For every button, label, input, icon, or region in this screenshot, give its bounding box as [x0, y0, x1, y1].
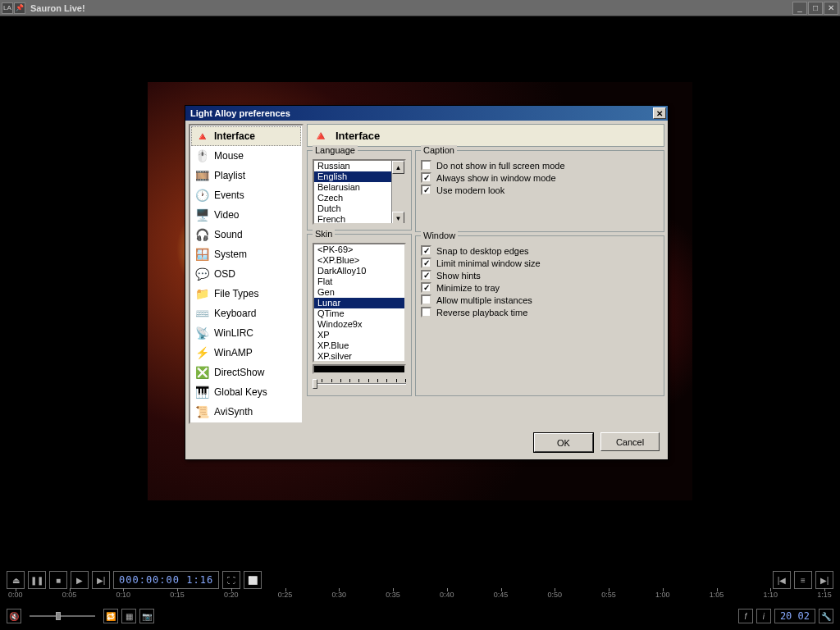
checkbox-row[interactable]: Snap to desktop edges — [421, 244, 659, 257]
playlist-icon: 🎞️ — [194, 168, 209, 183]
checkbox-row[interactable]: Show hints — [421, 269, 659, 281]
repeat-button[interactable]: 🔁 — [103, 609, 118, 623]
mute-button[interactable]: 🔇 — [7, 609, 21, 623]
list-item[interactable]: QTime — [314, 308, 404, 319]
language-listbox[interactable]: Russian English Belarusian Czech Dutch F… — [313, 159, 406, 225]
prev-track-button[interactable]: |◀ — [773, 571, 791, 589]
checkbox-label: Reverse playback time — [436, 308, 527, 317]
function-button[interactable]: f — [738, 609, 753, 623]
dialog-title: Light Alloy preferences — [187, 108, 290, 118]
keyboard-icon: ⌨️ — [194, 306, 209, 321]
sidebar-item-interface[interactable]: 🔺Interface — [191, 126, 301, 146]
list-item[interactable]: DarkAlloy10 — [314, 266, 404, 276]
checkbox[interactable] — [421, 160, 431, 171]
checkbox-label: Minimize to tray — [436, 283, 500, 293]
checkbox-label: Show hints — [436, 271, 481, 281]
sidebar-item-keyboard[interactable]: ⌨️Keyboard — [191, 304, 301, 323]
sidebar-item-video[interactable]: 🖥️Video — [191, 205, 301, 225]
volume-slider[interactable] — [30, 612, 95, 620]
checkbox-row[interactable]: Reverse playback time — [421, 306, 659, 318]
sidebar-item-winlirc[interactable]: 📡WinLIRC — [191, 323, 301, 343]
checkbox[interactable] — [421, 258, 431, 268]
step-button[interactable]: ▶| — [92, 571, 110, 589]
list-item[interactable]: Windoze9x — [314, 319, 404, 330]
checkbox-row[interactable]: Always show in window mode — [421, 171, 659, 184]
checkbox[interactable] — [421, 172, 431, 183]
checkbox[interactable] — [421, 282, 431, 293]
checkbox-row[interactable]: Use modern look — [421, 184, 659, 196]
crop-button[interactable]: ⛶ — [222, 571, 240, 589]
seek-tick: 0:50 — [548, 591, 563, 607]
minimize-button[interactable]: _ — [792, 2, 807, 15]
app-titlebar: LA 📌 Sauron Live! _ □ ✕ — [0, 0, 840, 16]
scrollbar[interactable]: ▲ ▼ — [391, 161, 404, 225]
interface-icon: 🔺 — [194, 129, 209, 144]
category-list[interactable]: 🔺Interface 🖱️Mouse 🎞️Playlist 🕐Events 🖥️… — [189, 124, 304, 424]
checkbox-row[interactable]: Allow multiple instances — [421, 294, 659, 306]
sidebar-item-globalkeys[interactable]: 🎹Global Keys — [191, 382, 301, 402]
skin-groupbox: Skin <PK-69> <XP.Blue> DarkAlloy10 Flat … — [307, 234, 412, 396]
play-button[interactable]: ▶ — [71, 571, 89, 589]
list-item[interactable]: XP.Blue — [314, 340, 404, 351]
list-item[interactable]: Gen — [314, 287, 404, 298]
skin-listbox[interactable]: <PK-69> <XP.Blue> DarkAlloy10 Flat Gen L… — [313, 243, 406, 363]
checkbox[interactable] — [421, 307, 431, 317]
sidebar-item-system[interactable]: 🪟System — [191, 244, 301, 264]
sidebar-item-avisynth[interactable]: 📜AviSynth — [191, 402, 301, 422]
list-item[interactable]: XP — [314, 330, 404, 340]
sidebar-item-osd[interactable]: 💬OSD — [191, 264, 301, 284]
checkbox-row[interactable]: Do not show in full screen mode — [421, 159, 659, 171]
eject-button[interactable]: ⏏ — [7, 571, 25, 589]
dialog-titlebar[interactable]: Light Alloy preferences ✕ — [185, 106, 668, 121]
seek-bar[interactable]: 0:000:050:100:150:200:250:300:350:400:45… — [8, 591, 832, 607]
next-track-button[interactable]: ▶| — [815, 571, 833, 589]
scroll-down-icon[interactable]: ▼ — [392, 212, 404, 225]
filetypes-icon: 📁 — [194, 286, 209, 301]
checkbox[interactable] — [421, 245, 431, 256]
dialog-close-button[interactable]: ✕ — [653, 107, 666, 119]
pause-button[interactable]: ❚❚ — [28, 571, 46, 589]
scroll-up-icon[interactable]: ▲ — [392, 161, 404, 174]
fullscreen-button[interactable]: ⬜ — [244, 571, 262, 589]
snapshot-button[interactable]: 📷 — [139, 609, 154, 623]
mouse-icon: 🖱️ — [194, 148, 209, 163]
playlist-button[interactable]: ≡ — [794, 571, 812, 589]
list-item[interactable]: XP.silver — [314, 351, 404, 362]
checkbox-label: Snap to desktop edges — [436, 246, 529, 256]
slider-thumb[interactable] — [313, 379, 317, 389]
list-item[interactable]: Flat — [314, 276, 404, 287]
player-controls: ⏏ ❚❚ ■ ▶ ▶| 000:00:00 1:16 ⛶ ⬜ |◀ ≡ ▶| 0… — [0, 566, 840, 630]
app-icon-la: LA — [2, 2, 13, 14]
info-button[interactable]: i — [756, 609, 771, 623]
maximize-button[interactable]: □ — [808, 2, 823, 15]
checkbox[interactable] — [421, 294, 431, 305]
sidebar-item-filetypes[interactable]: 📁File Types — [191, 284, 301, 304]
settings-button[interactable]: 🔧 — [819, 609, 833, 623]
skin-preview — [313, 364, 406, 374]
checkbox-row[interactable]: Limit minimal window size — [421, 257, 659, 269]
volume-thumb[interactable] — [56, 612, 61, 620]
checkbox[interactable] — [421, 270, 431, 281]
skin-slider[interactable] — [313, 377, 406, 390]
window-label: Window — [421, 231, 458, 240]
list-item[interactable]: Lunar — [314, 298, 404, 308]
sidebar-item-playlist[interactable]: 🎞️Playlist — [191, 166, 301, 185]
skin-label: Skin — [313, 229, 335, 239]
checkbox[interactable] — [421, 185, 431, 195]
pin-icon[interactable]: 📌 — [14, 2, 25, 14]
list-item[interactable]: <XP.Blue> — [314, 255, 404, 266]
cancel-button[interactable]: Cancel — [600, 432, 660, 451]
preferences-dialog: Light Alloy preferences ✕ 🔺Interface 🖱️M… — [185, 105, 669, 460]
sidebar-item-sound[interactable]: 🎧Sound — [191, 225, 301, 244]
seek-tick: 0:40 — [440, 591, 454, 607]
ok-button[interactable]: OK — [534, 433, 593, 452]
list-item[interactable]: <PK-69> — [314, 244, 404, 255]
checkbox-row[interactable]: Minimize to tray — [421, 281, 659, 294]
close-button[interactable]: ✕ — [824, 2, 838, 15]
sidebar-item-mouse[interactable]: 🖱️Mouse — [191, 146, 301, 166]
shuffle-button[interactable]: ▦ — [121, 609, 136, 623]
stop-button[interactable]: ■ — [49, 571, 67, 589]
sidebar-item-directshow[interactable]: ❎DirectShow — [191, 363, 301, 382]
sidebar-item-events[interactable]: 🕐Events — [191, 185, 301, 205]
sidebar-item-winamp[interactable]: ⚡WinAMP — [191, 343, 301, 363]
